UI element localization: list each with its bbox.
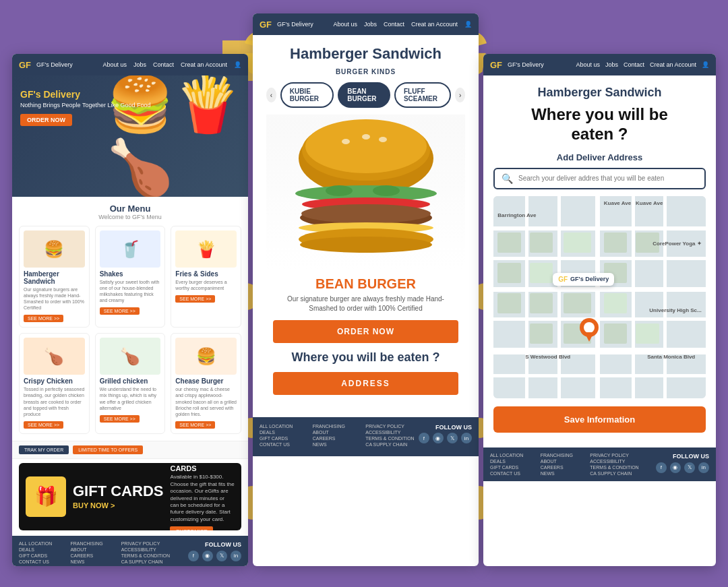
- rf-link-5[interactable]: FRANCHISING: [541, 453, 573, 458]
- left-follow-text: FOLLOW US: [188, 541, 241, 548]
- cf-link-3[interactable]: GIFT CARDS: [260, 436, 310, 441]
- left-footer-link-7[interactable]: CAREERS: [70, 553, 102, 558]
- address-btn-center[interactable]: ADDRESS: [273, 372, 458, 395]
- prev-burger-btn[interactable]: ‹: [266, 88, 276, 102]
- left-footer-link-4[interactable]: CONTACT US: [19, 559, 52, 564]
- gift-title: GIFT CARDS: [73, 484, 163, 499]
- menu-item-3-see-more[interactable]: SEE MORE >>: [175, 295, 215, 303]
- buy-now-link[interactable]: BUY NOW >: [73, 501, 163, 509]
- right-footer-col1: ALL LOCATION DEALS GIFT CARDS CONTACT US: [490, 453, 523, 476]
- left-footer-link-6[interactable]: ABOUT: [70, 547, 102, 552]
- right-nav-about[interactable]: About us: [576, 61, 600, 68]
- cf-link-7[interactable]: CAREERS: [313, 436, 363, 441]
- center-brand-name: GF's Delivery: [277, 21, 313, 28]
- left-footer-link-12[interactable]: CA SUPPLY CHAIN: [121, 559, 170, 564]
- menu-item-4[interactable]: 🍗 Crispy Chicken Tossed in perfectly sea…: [19, 333, 90, 433]
- linkedin-icon[interactable]: in: [231, 551, 241, 561]
- fluff-sceamer-option[interactable]: FLUFF SCEAMER: [394, 82, 451, 108]
- cf-link-5[interactable]: FRANCHISING: [313, 424, 363, 429]
- left-footer-link-1[interactable]: ALL LOCATION: [19, 541, 52, 546]
- right-facebook-icon[interactable]: f: [656, 462, 667, 473]
- menu-item-5-img: 🍗: [100, 338, 161, 375]
- twitter-icon[interactable]: 𝕏: [216, 551, 227, 561]
- center-nav-jobs[interactable]: Jobs: [364, 21, 377, 28]
- rf-link-9[interactable]: PRIVACY POLICY: [590, 453, 638, 458]
- center-linkedin-icon[interactable]: in: [461, 433, 472, 443]
- left-footer-link-5[interactable]: FRANCHISING: [70, 541, 102, 546]
- rf-link-10[interactable]: ACCESSIBILITY: [590, 459, 638, 464]
- add-deliver-label: Add Deliver Address: [493, 152, 706, 162]
- center-nav-about[interactable]: About us: [333, 21, 357, 28]
- center-nav-account[interactable]: Creat an Account: [411, 21, 458, 28]
- save-info-btn[interactable]: Save Information: [493, 406, 706, 433]
- left-nav-jobs[interactable]: Jobs: [133, 61, 146, 68]
- right-twitter-icon[interactable]: 𝕏: [684, 462, 695, 473]
- menu-item-3[interactable]: 🍟 Fries & Sides Every burger deserves a …: [171, 226, 241, 328]
- rf-link-1[interactable]: ALL LOCATION: [490, 453, 523, 458]
- menu-item-4-see-more[interactable]: SEE MORE >>: [24, 421, 63, 429]
- rf-link-7[interactable]: CAREERS: [541, 465, 573, 470]
- right-nav-jobs[interactable]: Jobs: [605, 61, 618, 68]
- menu-item-6[interactable]: 🍔 Chease Burger our cheesy mac & cheese …: [171, 333, 241, 433]
- kubie-burger-option[interactable]: KUBIE BURGER: [280, 82, 334, 108]
- facebook-icon[interactable]: f: [188, 551, 199, 561]
- hero-brand: GF's Delivery: [20, 89, 150, 100]
- right-nav-contact[interactable]: Contact: [624, 61, 644, 68]
- cf-link-9[interactable]: PRIVACY POLICY: [365, 424, 416, 429]
- left-nav-account[interactable]: Creat an Account: [181, 61, 227, 68]
- right-linkedin-icon[interactable]: in: [698, 462, 709, 473]
- center-instagram-icon[interactable]: ◉: [433, 433, 444, 443]
- address-search-input[interactable]: [518, 175, 698, 182]
- left-footer-link-8[interactable]: NEWS: [70, 559, 102, 564]
- center-footer-grid: ALL LOCATION DEALS GIFT CARDS CONTACT US…: [260, 424, 472, 448]
- right-nav-account[interactable]: Creat an Account: [650, 61, 696, 68]
- cf-link-4[interactable]: CONTACT US: [260, 442, 310, 447]
- bean-burger-option[interactable]: BEAN BURGER: [338, 82, 390, 108]
- cf-link-8[interactable]: NEWS: [313, 442, 363, 447]
- bean-burger-desc: Our signature burger are always freshly …: [273, 295, 458, 313]
- center-nav: GF GF's Delivery About us Jobs Contact C…: [253, 13, 479, 35]
- rf-link-12[interactable]: CA SUPPLY CHAIN: [590, 471, 638, 476]
- center-twitter-icon[interactable]: 𝕏: [447, 433, 458, 443]
- instagram-icon[interactable]: ◉: [202, 551, 213, 561]
- rf-link-11[interactable]: TERMS & CONDITION: [590, 465, 638, 470]
- rf-link-4[interactable]: CONTACT US: [490, 471, 523, 476]
- cf-link-12[interactable]: CA SUPPLY CHAIN: [365, 442, 416, 447]
- left-footer-link-10[interactable]: ACCESSIBILITY: [121, 547, 170, 552]
- rf-link-2[interactable]: DEALS: [490, 459, 523, 464]
- order-now-btn[interactable]: ORDER NOW: [273, 320, 458, 343]
- left-nav-contact[interactable]: Contact: [153, 61, 174, 68]
- limited-offer-btn[interactable]: LIMITED TIME TO OFFERS: [73, 445, 143, 454]
- left-footer-link-2[interactable]: DEALS: [19, 547, 52, 552]
- customize-btn[interactable]: CUSTOMISE: [170, 526, 212, 530]
- cf-link-6[interactable]: ABOUT: [313, 430, 363, 435]
- cf-link-10[interactable]: ACCESSIBILITY: [365, 430, 416, 435]
- menu-item-5-see-more[interactable]: SEE MORE >>: [100, 415, 140, 423]
- left-nav-about[interactable]: About us: [102, 61, 127, 68]
- track-order-btn[interactable]: TRAK MY ORDER: [19, 445, 69, 454]
- menu-item-1-see-more[interactable]: SEE MORE >>: [24, 315, 63, 322]
- rf-link-6[interactable]: ABOUT: [541, 459, 573, 464]
- rf-link-8[interactable]: NEWS: [541, 471, 573, 476]
- cf-link-1[interactable]: ALL LOCATION: [260, 424, 310, 429]
- center-facebook-icon[interactable]: f: [419, 433, 429, 443]
- next-burger-btn[interactable]: ›: [455, 88, 465, 102]
- menu-item-6-see-more[interactable]: SEE MORE >>: [175, 421, 215, 429]
- right-instagram-icon[interactable]: ◉: [670, 462, 681, 473]
- hero-text-block: GF's Delivery Nothing Brings People Toge…: [20, 89, 150, 126]
- hero-order-btn[interactable]: ORDER NOW: [20, 114, 72, 126]
- center-nav-contact[interactable]: Contact: [384, 21, 404, 28]
- left-footer-link-11[interactable]: TERMS & CONDITION: [121, 553, 170, 558]
- left-footer-link-9[interactable]: PRIVACY POLICY: [121, 541, 170, 546]
- rf-link-3[interactable]: GIFT CARDS: [490, 465, 523, 470]
- menu-subtitle: Welcome to GF's Menu: [19, 214, 241, 220]
- right-follow-text: FOLLOW US: [656, 453, 709, 460]
- left-footer-link-3[interactable]: GIFT CARDS: [19, 553, 52, 558]
- menu-item-2[interactable]: 🥤 Shakes Satisfy your sweet tooth with o…: [95, 226, 166, 328]
- menu-item-5[interactable]: 🍗 Grilled chicken We understand the need…: [95, 333, 166, 433]
- cf-link-2[interactable]: DEALS: [260, 430, 310, 435]
- map-label-4: Barrington Ave: [497, 212, 536, 218]
- cf-link-11[interactable]: TERMS & CONDITION: [365, 436, 416, 441]
- menu-item-2-see-more[interactable]: SEE MORE >>: [100, 307, 140, 315]
- menu-item-1[interactable]: 🍔 Hamberger Sandwich Our signature burge…: [19, 226, 90, 328]
